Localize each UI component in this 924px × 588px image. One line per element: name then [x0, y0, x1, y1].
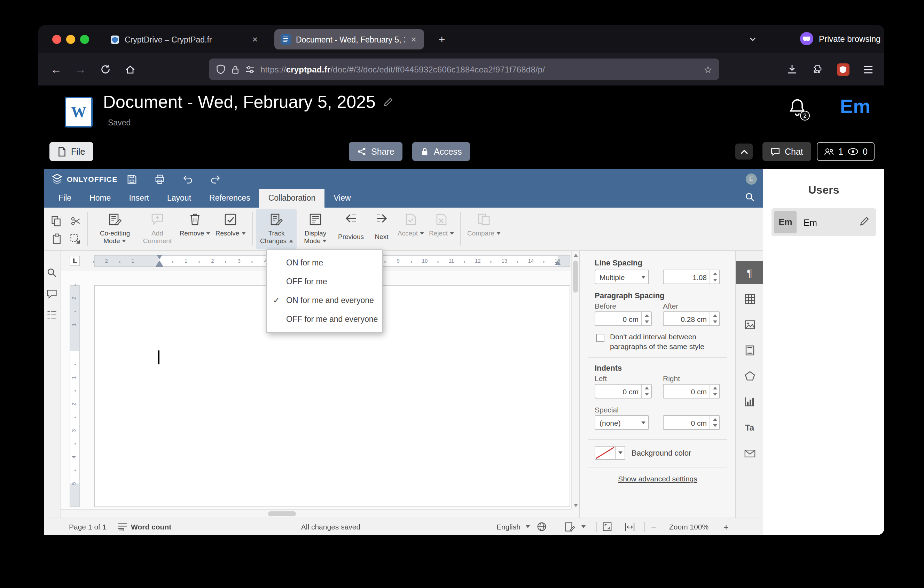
line-spacing-select[interactable]: Multiple	[595, 269, 649, 284]
background-color-swatch[interactable]	[595, 446, 615, 460]
fit-page-icon[interactable]	[602, 518, 612, 535]
spellcheck-globe-icon[interactable]	[537, 518, 546, 535]
menu-home[interactable]: Home	[81, 189, 120, 208]
print-icon[interactable]	[151, 173, 168, 185]
paste-icon[interactable]	[48, 231, 65, 247]
chart-settings-icon[interactable]	[736, 390, 764, 413]
menu-collaboration[interactable]: Collaboration	[259, 189, 325, 208]
next-change-button[interactable]: Next	[368, 209, 396, 249]
undo-icon[interactable]	[179, 173, 196, 185]
track-menu-item-off-for-everyone[interactable]: ✓ OFF for me and everyone	[267, 310, 382, 329]
spinner-down-icon[interactable]	[710, 391, 719, 398]
paragraph-settings-icon[interactable]: ¶	[736, 261, 764, 284]
no-interval-checkbox[interactable]	[596, 334, 604, 342]
copy-icon[interactable]	[48, 213, 65, 229]
file-button[interactable]: File	[50, 142, 93, 161]
navigation-headings-icon[interactable]	[47, 310, 57, 320]
special-amount-spinner[interactable]: 0 cm	[663, 415, 720, 430]
forward-icon[interactable]: →	[72, 61, 89, 78]
tab-stop-selector[interactable]	[69, 256, 80, 266]
accept-button[interactable]: Accept	[396, 209, 426, 249]
language-selector[interactable]: English	[497, 518, 530, 535]
mailmerge-settings-icon[interactable]	[736, 442, 764, 465]
indent-right-spinner[interactable]: 0 cm	[663, 384, 720, 398]
background-color-caret[interactable]	[615, 446, 625, 460]
close-window-button[interactable]	[52, 35, 61, 44]
zoom-in-button[interactable]: +	[723, 518, 729, 535]
redo-icon[interactable]	[208, 173, 224, 185]
account-avatar[interactable]: Em	[840, 96, 870, 118]
spacing-before-spinner[interactable]: 0 cm	[595, 311, 652, 326]
track-changes-status-icon[interactable]	[565, 518, 586, 535]
line-spacing-amount-spinner[interactable]: 1.08	[663, 269, 720, 284]
zoom-out-button[interactable]: −	[651, 518, 656, 535]
remove-button[interactable]: Remove	[178, 209, 212, 249]
menu-view[interactable]: View	[325, 189, 360, 208]
share-button[interactable]: Share	[349, 142, 403, 161]
spinner-up-icon[interactable]	[642, 385, 651, 391]
home-icon[interactable]	[121, 61, 139, 78]
tab-close-icon[interactable]: ×	[251, 34, 259, 45]
left-indent-marker[interactable]	[156, 265, 163, 267]
edit-user-pencil-icon[interactable]	[859, 216, 870, 226]
image-settings-icon[interactable]	[736, 313, 764, 336]
cut-icon[interactable]	[67, 213, 84, 229]
menu-references[interactable]: References	[200, 189, 259, 208]
editor-search-icon[interactable]	[745, 192, 755, 202]
menu-hamburger-icon[interactable]	[859, 61, 877, 78]
spacing-after-spinner[interactable]: 0.28 cm	[663, 311, 720, 326]
add-comment-button[interactable]: Add Comment	[137, 209, 178, 249]
textart-settings-icon[interactable]: Ta	[736, 416, 764, 439]
menu-file[interactable]: File	[50, 189, 81, 208]
spinner-up-icon[interactable]	[710, 385, 719, 391]
spinner-down-icon[interactable]	[710, 319, 719, 325]
hanging-indent-marker[interactable]	[157, 261, 162, 265]
shape-settings-icon[interactable]	[736, 364, 764, 387]
track-menu-item-on-for-me[interactable]: ✓ ON for me	[267, 254, 382, 273]
collapse-toolbar-chevron-icon[interactable]	[735, 144, 753, 160]
vertical-scrollbar[interactable]	[571, 251, 579, 509]
tab-document[interactable]: Document - Wed, February 5, 2 ×	[274, 29, 424, 50]
coediting-mode-button[interactable]: Co-editing Mode	[92, 209, 137, 249]
horizontal-scroll-thumb[interactable]	[268, 511, 296, 516]
horizontal-scrollbar[interactable]	[61, 509, 571, 518]
new-tab-button[interactable]: +	[434, 31, 450, 47]
spinner-up-icon[interactable]	[710, 270, 719, 277]
spinner-up-icon[interactable]	[710, 416, 719, 423]
access-button[interactable]: Access	[412, 142, 470, 161]
url-text[interactable]: https://cryptpad.fr/doc/#/3/doc/edit/ff0…	[261, 64, 698, 74]
tab-close-icon[interactable]: ×	[410, 34, 418, 45]
edit-title-pencil-icon[interactable]	[383, 97, 394, 107]
spinner-down-icon[interactable]	[710, 423, 719, 429]
menu-layout[interactable]: Layout	[158, 189, 200, 208]
indent-left-spinner[interactable]: 0 cm	[595, 384, 652, 398]
headerfooter-settings-icon[interactable]	[736, 339, 764, 362]
user-count-widget[interactable]: 1 0	[817, 142, 874, 161]
minimize-window-button[interactable]	[66, 35, 75, 44]
list-tabs-chevron-icon[interactable]	[749, 35, 757, 43]
word-count-button[interactable]: 123 Word count	[118, 518, 171, 535]
zoom-level[interactable]: Zoom 100%	[669, 518, 708, 535]
scroll-up-arrow[interactable]	[572, 251, 579, 259]
vertical-scroll-thumb[interactable]	[573, 261, 578, 292]
lock-icon[interactable]	[231, 64, 239, 74]
bookmark-star-icon[interactable]: ☆	[704, 64, 712, 75]
track-changes-button[interactable]: Track Changes	[256, 209, 297, 249]
select-all-icon[interactable]	[67, 231, 84, 247]
find-search-icon[interactable]	[47, 268, 57, 278]
menu-insert[interactable]: Insert	[120, 189, 158, 208]
tracking-shield-icon[interactable]	[216, 64, 226, 74]
chat-button[interactable]: Chat	[762, 142, 812, 161]
spinner-up-icon[interactable]	[642, 312, 651, 319]
scroll-down-arrow[interactable]	[572, 501, 579, 509]
spinner-down-icon[interactable]	[642, 391, 651, 398]
reload-icon[interactable]	[97, 61, 114, 78]
special-select[interactable]: (none)	[595, 415, 649, 430]
user-card[interactable]: Em Em	[772, 208, 876, 236]
save-icon[interactable]	[123, 173, 140, 185]
url-bar[interactable]: https://cryptpad.fr/doc/#/3/doc/edit/ff0…	[209, 58, 719, 80]
spinner-down-icon[interactable]	[710, 277, 719, 284]
table-settings-icon[interactable]	[736, 287, 764, 310]
spinner-up-icon[interactable]	[710, 312, 719, 319]
reject-button[interactable]: Reject	[426, 209, 457, 249]
